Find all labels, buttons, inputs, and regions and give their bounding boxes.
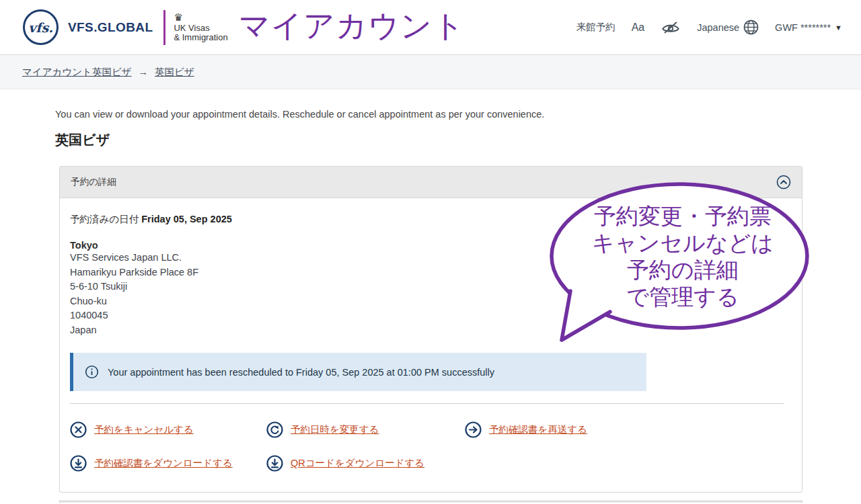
bubble-line: キャンセルなどは (554, 230, 812, 257)
booked-date-value: Friday 05, Sep 2025 (141, 214, 232, 224)
info-icon (85, 365, 99, 379)
booked-date-label: 予約済みの日付 (70, 214, 139, 224)
eye-slash-icon (661, 20, 681, 35)
ukvi-line1: UK Visas (174, 24, 227, 33)
chevron-down-icon: ▼ (835, 24, 842, 32)
download-qr-action[interactable]: QRコードをダウンロードする (266, 455, 465, 472)
resend-confirmation-link[interactable]: 予約確認書を再送する (489, 423, 587, 436)
card-header-title: 予約の詳細 (71, 176, 116, 188)
vfs-logo-mark: vfs. (28, 20, 53, 35)
uk-crest-icon: ♛ (174, 12, 227, 22)
breadcrumb-separator: → (139, 67, 149, 77)
breadcrumb-link-uk-visa[interactable]: 英国ビザ (155, 66, 194, 79)
cancel-icon (70, 421, 87, 438)
brand-divider (163, 10, 165, 45)
download-icon (266, 455, 283, 472)
download-icon (70, 455, 87, 472)
divider (70, 403, 784, 404)
ukvi-line2: & Immigration (174, 33, 227, 42)
ukvi-logo: ♛ UK Visas & Immigration (174, 12, 227, 43)
resend-icon (465, 421, 482, 438)
speech-bubble-text: 予約変更・予約票 キャンセルなどは 予約の詳細 で管理する (554, 203, 812, 310)
banner-message: Your appointment has been rescheduled to… (108, 367, 494, 378)
section-heading: 英国ビザ (55, 131, 861, 149)
reschedule-success-banner: Your appointment has been rescheduled to… (70, 353, 646, 391)
resend-confirmation-action[interactable]: 予約確認書を再送する (465, 421, 792, 438)
app-header: vfs. VFS.GLOBAL ♛ UK Visas & Immigration… (0, 0, 861, 54)
account-menu[interactable]: GWF ******** ▼ (775, 22, 842, 33)
language-selector[interactable]: Japanese (697, 19, 759, 35)
font-size-toggle[interactable]: Aa (632, 22, 645, 34)
bubble-line: で管理する (554, 284, 812, 310)
cancel-appointment-action[interactable]: 予約をキャンセルする (70, 421, 266, 438)
vfs-logo: vfs. (23, 9, 59, 45)
breadcrumb-link-my-account[interactable]: マイアカウント英国ビザ (22, 66, 132, 79)
bubble-line: 予約変更・予約票 (554, 203, 812, 230)
annotation-speech-bubble: 予約変更・予約票 キャンセルなどは 予約の詳細 で管理する (548, 179, 817, 353)
reschedule-appointment-action[interactable]: 予約日時を変更する (266, 421, 465, 438)
appointment-actions: 予約をキャンセルする 予約日時を変更する (70, 421, 792, 472)
globe-icon (743, 19, 759, 35)
reschedule-icon (266, 421, 283, 438)
next-card-peek (59, 501, 802, 503)
brand-name: VFS.GLOBAL (68, 20, 153, 35)
download-qr-link[interactable]: QRコードをダウンロードする (291, 457, 424, 470)
account-id: GWF ******** (775, 22, 831, 33)
page-description: You can view or download your appointmen… (55, 109, 861, 120)
reschedule-appointment-link[interactable]: 予約日時を変更する (291, 423, 379, 436)
visibility-toggle[interactable] (661, 20, 681, 35)
top-nav: 来館予約 Aa Japanese (576, 19, 842, 35)
bubble-line: 予約の詳細 (554, 257, 812, 284)
download-confirmation-link[interactable]: 予約確認書をダウンロードする (94, 457, 233, 470)
page-title: マイアカウント (239, 10, 465, 45)
visit-booking-link[interactable]: 来館予約 (576, 21, 615, 34)
cancel-appointment-link[interactable]: 予約をキャンセルする (94, 423, 194, 436)
breadcrumb: マイアカウント英国ビザ → 英国ビザ (0, 54, 861, 89)
download-confirmation-action[interactable]: 予約確認書をダウンロードする (70, 455, 266, 472)
